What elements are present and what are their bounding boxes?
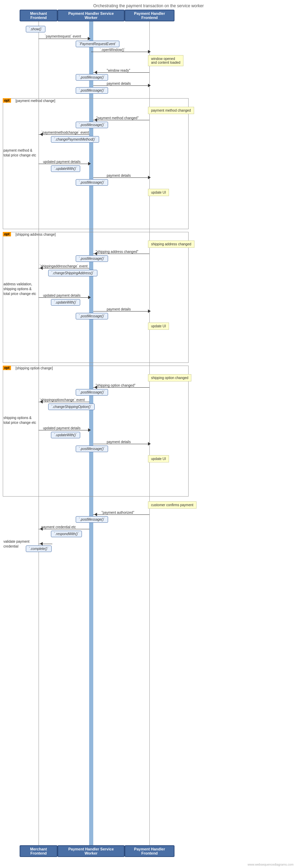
arrow-payauth-head bbox=[94, 513, 97, 516]
arrow-sachange-event-label: `shippingaddresschange` event bbox=[40, 264, 88, 268]
payment-request-event-box: `PaymentRequestEvent` bbox=[76, 41, 119, 47]
arrow-pmchange-event-label: `paymentmethodchange` event bbox=[41, 131, 89, 134]
opt-condition-payment-method: [payment method change] bbox=[15, 99, 55, 103]
arrow-pd-so-head bbox=[148, 442, 151, 446]
opt-frame-payment-method bbox=[3, 98, 189, 229]
note-update-ui-so: update UI bbox=[148, 455, 169, 462]
arrow-windowready-line bbox=[93, 72, 149, 73]
postmessage-box-1: `.postMessage()` bbox=[76, 74, 108, 81]
updatewith-box-pm: `.updateWith()` bbox=[51, 165, 80, 172]
arrow-pd-pm-line bbox=[93, 177, 149, 178]
diagram-container: Orchestrating the payment transaction on… bbox=[0, 0, 297, 868]
arrow-updated-so-head bbox=[88, 428, 91, 432]
note-addr-validation: address validation,shipping options &tot… bbox=[3, 282, 40, 296]
arrow-pd-pm-label: payment details bbox=[107, 174, 131, 177]
participant-sw: Payment Handler Service Worker bbox=[57, 10, 125, 21]
note-so-price: shipping options &total price change etc bbox=[3, 416, 40, 425]
postmessage-box-2: `.postMessage()` bbox=[76, 87, 108, 94]
arrow-windowready-label: "window ready" bbox=[107, 69, 130, 72]
arrow-updated-pm-line bbox=[39, 164, 89, 164]
changepaymentmethod-box: `.changePaymentMethod()` bbox=[51, 136, 99, 143]
arrow-pd-pm-head bbox=[148, 176, 151, 179]
updatewith-box-so: `.updateWith()` bbox=[51, 432, 80, 438]
participant-frontend: Payment Handler Frontend bbox=[125, 10, 174, 21]
postmessage-box-so2: `.postMessage()` bbox=[76, 446, 108, 452]
arrow-updated-pm-head bbox=[88, 162, 91, 165]
arrow-paymentdetails-label: payment details bbox=[107, 82, 131, 85]
arrow-openwindow-head bbox=[148, 50, 151, 53]
arrow-pmchange-event-line bbox=[39, 134, 89, 135]
arrow-sochanged-label: "shipping option changed" bbox=[96, 384, 136, 387]
arrow-sachange-event-line bbox=[39, 268, 89, 268]
opt-label-payment-method: opt bbox=[3, 98, 11, 103]
changeshippingoption-box: `.changeShippingOption()` bbox=[48, 404, 95, 410]
arrow-paymentrequest-label: `paymentrequest` event bbox=[45, 34, 81, 38]
opt-condition-shipping-addr: [shipping address change] bbox=[15, 233, 56, 236]
arrow-pd-so-line bbox=[93, 444, 149, 444]
arrow-paymentrequest-head bbox=[88, 37, 91, 40]
arrow-sachanged-label: "shipping address changed" bbox=[96, 250, 138, 254]
footer-frontend: Payment Handler Frontend bbox=[125, 845, 174, 857]
arrow-pd-sa-line bbox=[93, 311, 149, 312]
postmessage-box-sa: `.postMessage()` bbox=[76, 255, 108, 262]
arrow-pd-so-label: payment details bbox=[107, 440, 131, 444]
arrow-openwindow-label: `.openWindow()` bbox=[100, 48, 125, 52]
arrow-pd-sa-head bbox=[148, 309, 151, 313]
arrow-sochanged-line bbox=[93, 387, 149, 388]
arrow-payauth-line bbox=[93, 514, 149, 515]
arrow-updated-so-label: updated payment details bbox=[43, 426, 81, 430]
arrow-paymentdetails-line bbox=[93, 85, 149, 86]
note-window-opened: window openedand content loaded bbox=[148, 55, 183, 66]
note-shipping-opt-changed: shipping option changed bbox=[148, 374, 191, 381]
arrow-paymentrequest-line bbox=[39, 39, 89, 39]
arrow-windowready-head bbox=[94, 71, 97, 74]
arrow-updated-pm-label: updated payment details bbox=[43, 160, 81, 164]
changeshippingaddress-box: `.changeShippingAddress()` bbox=[48, 270, 97, 276]
note-customer-confirms: customer confirms payment bbox=[148, 501, 197, 509]
arrow-small-merchant-head bbox=[40, 542, 43, 545]
postmessage-box-sa2: `.postMessage()` bbox=[76, 313, 108, 319]
respondwith-box: `.respondWith()` bbox=[51, 531, 82, 537]
arrow-openwindow-line bbox=[91, 52, 150, 52]
note-payment-method-changed: payment method changed bbox=[148, 107, 194, 114]
arrow-pmchanged-label: "payment method changed" bbox=[96, 116, 139, 120]
arrow-sochange-event-label: `shippingoptionchange` event bbox=[40, 398, 85, 402]
postmessage-box-pm2: `.postMessage()` bbox=[76, 179, 108, 186]
opt-label-shipping-addr: opt bbox=[3, 232, 11, 236]
postmessage-box-pm: `.postMessage()` bbox=[76, 122, 108, 128]
footer-sw: Payment Handler Service Worker bbox=[57, 845, 125, 857]
postmessage-box-auth: `.postMessage()` bbox=[76, 516, 108, 523]
arrow-credential-line bbox=[39, 529, 89, 529]
opt-condition-shipping-opt: [shipping option change] bbox=[15, 366, 53, 370]
opt-label-shipping-opt: opt bbox=[3, 366, 11, 370]
postmessage-box-so: `.postMessage()` bbox=[76, 389, 108, 396]
note-shipping-addr-changed: shipping address changed bbox=[148, 241, 194, 248]
arrow-updated-so-line bbox=[39, 430, 89, 430]
note-update-ui-sa: update UI bbox=[148, 323, 169, 330]
arrow-updated-sa-label: updated payment details bbox=[43, 294, 81, 297]
show-method: `.show()` bbox=[26, 26, 45, 32]
arrow-updated-sa-line bbox=[39, 297, 89, 298]
participant-merchant: Merchant Frontend bbox=[20, 10, 57, 21]
note-update-ui-pm: update UI bbox=[148, 189, 169, 196]
arrow-paymentdetails-head bbox=[148, 84, 151, 87]
watermark: www.websequencediagrams.com bbox=[247, 863, 294, 866]
arrow-sochange-event-line bbox=[39, 402, 89, 402]
arrow-sachanged-line bbox=[93, 254, 149, 254]
footer-merchant: Merchant Frontend bbox=[20, 845, 57, 857]
complete-box: `.complete()` bbox=[26, 545, 52, 552]
updatewith-box-sa: `.updateWith()` bbox=[51, 299, 80, 306]
arrow-updated-sa-head bbox=[88, 296, 91, 299]
arrow-payauth-label: "payment authorized" bbox=[102, 511, 134, 514]
arrow-pd-sa-label: payment details bbox=[107, 307, 131, 311]
arrow-pmchanged-line bbox=[93, 120, 149, 120]
arrow-credential-label: payment credential etc bbox=[41, 525, 76, 529]
note-pm-total: payment method &total price change etc bbox=[3, 148, 38, 158]
